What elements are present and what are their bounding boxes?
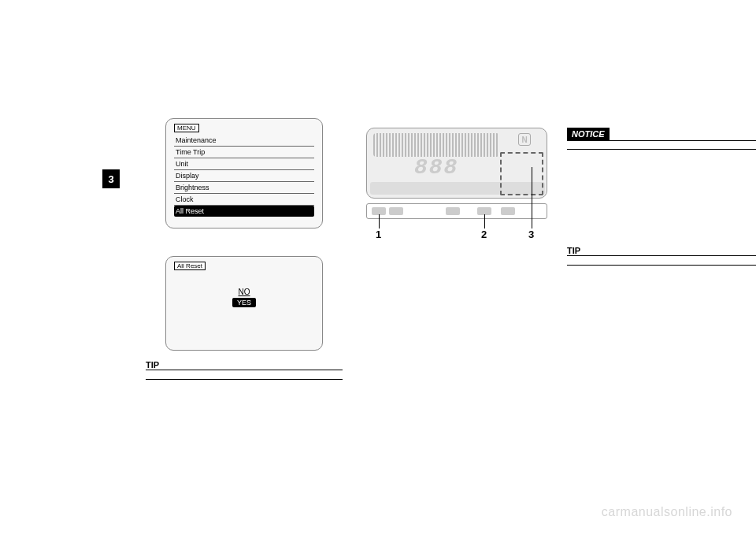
callout-number-3: 3 [528, 228, 534, 240]
confirm-no: NO [232, 288, 256, 296]
dashboard-figure: 888 N 1 2 3 [366, 128, 555, 246]
callout-leader-1 [379, 214, 380, 228]
menu-item-brightness: Brightness [174, 182, 314, 194]
indicator-light-2 [389, 207, 403, 215]
notice-label: NOTICE [567, 128, 610, 140]
all-reset-confirm-figure: All Reset NO YES [165, 256, 323, 351]
info-panel-dashed-box [500, 152, 543, 195]
tip-label: TIP [146, 360, 159, 370]
manual-page: 3 MENU Maintenance Time Trip Unit Displa… [0, 0, 756, 535]
notice-body [567, 144, 756, 150]
tip-label-col3: TIP [567, 246, 580, 255]
column-1: MENU Maintenance Time Trip Unit Display … [146, 118, 343, 380]
spacer [567, 150, 756, 236]
indicator-light-5 [501, 207, 515, 215]
confirm-yes: YES [232, 298, 256, 307]
chapter-number: 3 [108, 173, 113, 185]
neutral-indicator-icon: N [518, 133, 531, 146]
menu-item-clock: Clock [174, 194, 314, 206]
column-3: NOTICE TIP [567, 118, 756, 266]
menu-screen-figure: MENU Maintenance Time Trip Unit Display … [165, 118, 323, 228]
column-2: 888 N 1 2 3 [362, 118, 559, 246]
notice-heading: NOTICE [567, 128, 756, 141]
lcd-segment-display: 888 [414, 155, 458, 180]
tip-heading-col1: TIP [146, 360, 343, 370]
menu-screen-heading: MENU [174, 124, 199, 132]
indicator-light-3 [446, 207, 460, 215]
menu-item-maintenance: Maintenance [174, 135, 314, 147]
tip-body-col1 [146, 374, 343, 380]
menu-item-time-trip: Time Trip [174, 147, 314, 158]
menu-item-all-reset: All Reset [174, 206, 314, 217]
callout-leader-3 [532, 167, 532, 228]
tip-heading-col3: TIP [567, 246, 756, 256]
menu-item-display: Display [174, 170, 314, 182]
menu-item-unit: Unit [174, 158, 314, 170]
dashboard-lcd: 888 N [366, 128, 547, 199]
chapter-tab: 3 [102, 169, 120, 188]
tip-body-col3 [567, 260, 756, 266]
callout-number-1: 1 [376, 228, 381, 240]
confirm-options: NO YES [232, 288, 256, 307]
callout-number-2: 2 [481, 228, 487, 240]
indicator-light-bar [366, 203, 547, 219]
callout-leader-2 [484, 214, 485, 228]
confirm-heading: All Reset [174, 262, 206, 270]
watermark: carmanualsonline.info [602, 505, 732, 519]
